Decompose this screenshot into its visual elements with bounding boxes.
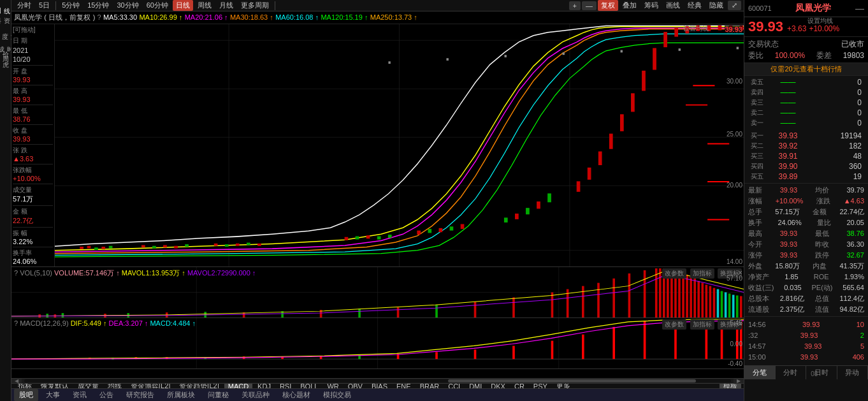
tab-restore[interactable]: 恢复默认 bbox=[37, 383, 73, 388]
eps-label: 收益(三) bbox=[748, 282, 774, 293]
toolbar-classic[interactable]: 经典 bbox=[684, 0, 705, 11]
nav-news[interactable]: 资讯 bbox=[68, 389, 92, 401]
tab-bias[interactable]: BIAS bbox=[368, 383, 391, 388]
vol-add-btn[interactable]: 加指标 bbox=[690, 268, 714, 279]
toolbar-draw-line[interactable]: 画线 bbox=[663, 0, 683, 11]
scroll-left[interactable]: ◀ bbox=[11, 379, 22, 383]
avg-label: 均价 bbox=[815, 185, 829, 196]
toolbar-5min[interactable]: 5分钟 bbox=[59, 0, 83, 11]
indicator-tabs: 指标 恢复默认 成交量 均线 资金博弈[L2] 资金趋势[L2] MACD KD… bbox=[11, 383, 744, 388]
main-chart-canvas[interactable]: 设置均线 35.00 30.00 25.00 20.00 14.00 39.93 bbox=[55, 24, 744, 266]
toolbar-monthly[interactable]: 月线 bbox=[216, 0, 236, 11]
toolbar-hide[interactable]: 隐藏 bbox=[706, 0, 727, 11]
ma60-indicator[interactable]: MA60:16.08 ↑ bbox=[275, 13, 319, 21]
tab-cr[interactable]: CR bbox=[510, 383, 528, 388]
buy4-vol: 360 bbox=[813, 162, 862, 171]
macd-modify-btn[interactable]: 改参数 bbox=[662, 319, 686, 330]
tab-more[interactable]: 更多 bbox=[553, 383, 574, 388]
right-tab-fen-bi[interactable]: 分笔 bbox=[744, 366, 776, 379]
right-tab-fen-shi[interactable]: 分时 bbox=[776, 366, 807, 379]
ma30-indicator[interactable]: MA30:18.63 ↑ bbox=[230, 13, 273, 21]
ratio-label: 量比 bbox=[817, 217, 831, 228]
depth-info-banner[interactable]: 仅需20元查看十档行情 bbox=[744, 63, 868, 76]
scroll-right[interactable]: ▶ bbox=[734, 379, 744, 383]
svg-rect-82 bbox=[397, 307, 400, 317]
nav-stock-bar[interactable]: 股吧 bbox=[14, 389, 38, 401]
tab-dkx[interactable]: DKX bbox=[487, 383, 509, 388]
chart-help-icon[interactable]: ? bbox=[97, 13, 101, 21]
toolbar-30min[interactable]: 30分钟 bbox=[114, 0, 142, 11]
tab-template[interactable]: 模板 bbox=[720, 383, 741, 388]
tab-wr[interactable]: WR bbox=[323, 383, 342, 388]
tab-brar[interactable]: BRAR bbox=[416, 383, 444, 388]
bottom-nav: 股吧 大事 资讯 公告 研究报告 所属板块 问董秘 关联品种 核心题材 模拟交易 bbox=[11, 388, 744, 401]
nav-announcement[interactable]: 公告 bbox=[94, 389, 119, 401]
toolbar-fu-quan[interactable]: 复权 bbox=[598, 0, 618, 11]
macd-add-btn[interactable]: 加指标 bbox=[690, 319, 714, 330]
collapse-button[interactable]: — bbox=[855, 3, 864, 13]
buy3-row: 买三 39.91 48 bbox=[747, 151, 865, 161]
scrollbar-thumb[interactable] bbox=[448, 379, 695, 383]
toolbar-chou-ma[interactable]: 筹码 bbox=[641, 0, 662, 11]
outer-label: 外盘 bbox=[748, 261, 762, 272]
toolbar-fen-shi[interactable]: 分时 bbox=[14, 0, 34, 11]
scrollbar-track[interactable] bbox=[24, 379, 731, 383]
sell3-price: —— bbox=[763, 98, 813, 107]
right-tab-yi-dong[interactable]: 异动 bbox=[837, 366, 869, 379]
tab-indicator[interactable]: 指标 bbox=[14, 383, 36, 388]
svg-rect-111 bbox=[725, 293, 727, 318]
tab-money-game[interactable]: 资金博弈[L2] bbox=[127, 383, 174, 388]
toolbar-expand[interactable]: ⤢ bbox=[728, 1, 741, 10]
svg-rect-37 bbox=[548, 194, 551, 202]
svg-rect-94 bbox=[659, 268, 662, 317]
nav-related[interactable]: 关联品种 bbox=[236, 389, 275, 401]
r-open-label: 今开 bbox=[748, 239, 762, 250]
svg-rect-133 bbox=[551, 341, 554, 360]
trade-price-2: 39.93 bbox=[800, 330, 818, 341]
avg-value: 39.79 bbox=[846, 185, 864, 196]
buy3-price: 39.91 bbox=[763, 152, 813, 161]
toolbar-60min[interactable]: 60分钟 bbox=[143, 0, 171, 11]
tab-kdj[interactable]: KDJ bbox=[254, 383, 275, 388]
tab-obv[interactable]: OBV bbox=[344, 383, 366, 388]
ma5-indicator[interactable]: MA5:33.30 bbox=[103, 13, 137, 21]
ma20-indicator[interactable]: MA20:21.06 ↑ bbox=[185, 13, 228, 21]
nav-research[interactable]: 研究报告 bbox=[121, 389, 159, 401]
toolbar-minus[interactable]: — bbox=[582, 1, 597, 10]
tab-ma[interactable]: 均线 bbox=[104, 383, 126, 388]
tab-rsi[interactable]: RSI bbox=[276, 383, 295, 388]
chart-scrollbar[interactable]: ◀ ▶ bbox=[11, 378, 744, 383]
nav-core-theme[interactable]: 核心题材 bbox=[277, 389, 315, 401]
toolbar-die-jia[interactable]: 叠加 bbox=[619, 0, 640, 11]
toolbar-15min[interactable]: 15分钟 bbox=[84, 0, 112, 11]
settings-line-button[interactable]: 设置均线 bbox=[683, 24, 709, 33]
tab-volume[interactable]: 成交量 bbox=[74, 383, 103, 388]
tab-cci[interactable]: CCI bbox=[444, 383, 464, 388]
prev-close-label: 昨收 bbox=[815, 239, 829, 250]
volume-canvas[interactable]: ? VOL(5,10) VOLUME:57.146万 ↑ MAVOL1:13.9… bbox=[11, 267, 744, 317]
toolbar-weekly[interactable]: 周线 bbox=[194, 0, 215, 11]
settings-link[interactable]: 设置均线 bbox=[807, 17, 833, 26]
vol-modify-btn[interactable]: 改参数 bbox=[662, 268, 686, 279]
toolbar-daily[interactable]: 日线 bbox=[173, 0, 193, 11]
ma250-indicator[interactable]: MA250:13.73 ↑ bbox=[370, 13, 417, 21]
tab-dmi[interactable]: DMI bbox=[465, 383, 486, 388]
svg-rect-103 bbox=[693, 279, 696, 317]
ma120-indicator[interactable]: MA120:15.19 ↑ bbox=[321, 13, 368, 21]
tab-psy[interactable]: PSY bbox=[530, 383, 551, 388]
macd-canvas[interactable]: ? MACD(12,26,9) DIF:5.449 ↑ DEA:3.207 ↑ … bbox=[11, 318, 744, 368]
nav-events[interactable]: 大事 bbox=[41, 389, 65, 401]
toolbar-5day[interactable]: 5日 bbox=[36, 0, 53, 11]
nav-simulated-trade[interactable]: 模拟交易 bbox=[318, 389, 356, 401]
toolbar-more-period[interactable]: 更多周期 bbox=[238, 0, 272, 11]
ma10-indicator[interactable]: MA10:26.99 ↑ bbox=[139, 13, 182, 21]
tab-boll[interactable]: BOLL bbox=[296, 383, 322, 388]
nav-ask-board[interactable]: 问董秘 bbox=[203, 389, 234, 401]
nav-sector[interactable]: 所属板块 bbox=[162, 389, 200, 401]
tab-ene[interactable]: ENE bbox=[393, 383, 415, 388]
toolbar-plus[interactable]: + bbox=[569, 1, 581, 10]
chart-header: 凤凰光学 ( 日线，前复权 ) ? MA5:33.30 MA10:26.99 ↑… bbox=[11, 11, 744, 24]
tab-money-trend[interactable]: 资金趋势[L2] bbox=[175, 383, 222, 388]
tab-macd[interactable]: MACD bbox=[224, 383, 252, 388]
svg-rect-91 bbox=[628, 273, 631, 317]
